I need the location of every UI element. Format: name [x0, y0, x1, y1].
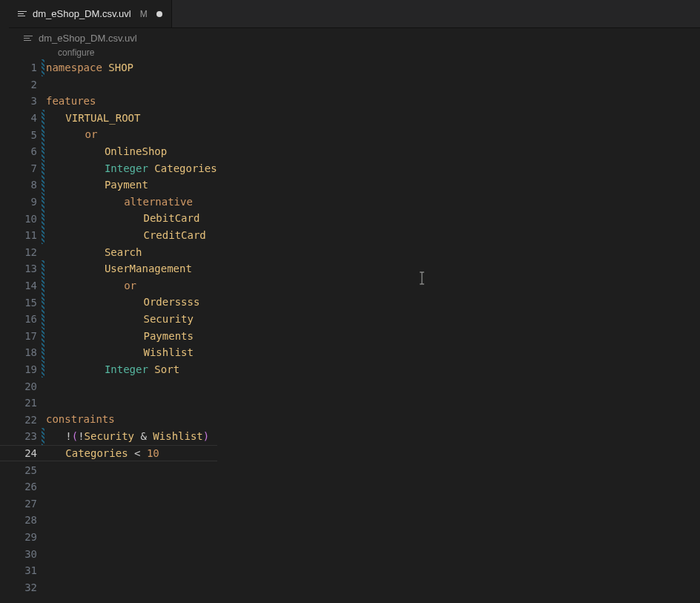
diff-modified-icon [42, 361, 44, 378]
line-number: 27 [0, 498, 42, 510]
diff-gutter [42, 445, 44, 462]
code-line[interactable]: 17 Payments [0, 328, 217, 345]
line-number: 20 [0, 380, 42, 392]
code-editor[interactable]: configure 1 namespace SHOP 2 3 features … [0, 47, 700, 596]
diff-gutter [42, 411, 44, 428]
diff-modified-icon [42, 227, 44, 244]
code-line[interactable]: 14 or [0, 277, 217, 294]
diff-modified-icon [42, 160, 44, 177]
diff-gutter [42, 461, 44, 478]
diff-gutter [42, 395, 44, 412]
diff-gutter [42, 244, 44, 261]
line-number: 23 [0, 430, 42, 442]
line-number: 6 [0, 145, 42, 157]
diff-gutter [42, 378, 44, 395]
line-number: 2 [0, 79, 42, 90]
code-line[interactable]: 25 [0, 461, 217, 478]
line-number: 4 [0, 112, 42, 124]
line-number: 11 [0, 229, 42, 241]
line-number: 18 [0, 346, 42, 358]
code-line[interactable]: 15 Orderssss [0, 294, 217, 311]
code-line[interactable]: 16 Security [0, 311, 217, 328]
line-number: 25 [0, 464, 42, 476]
code-line[interactable]: 18 Wishlist [0, 344, 217, 361]
diff-gutter [42, 512, 44, 529]
diff-modified-icon [42, 210, 44, 227]
tab-title: dm_eShop_DM.csv.uvl [33, 8, 131, 19]
diff-gutter [42, 76, 44, 93]
tab-bar: dm_eShop_DM.csv.uvl M [9, 0, 700, 28]
diff-gutter [42, 579, 44, 596]
line-number: 3 [0, 95, 42, 107]
line-number: 30 [0, 548, 42, 560]
file-tab[interactable]: dm_eShop_DM.csv.uvl M [9, 0, 172, 27]
file-icon [24, 33, 34, 43]
diff-gutter [42, 93, 44, 110]
line-number: 29 [0, 531, 42, 543]
diff-gutter [42, 562, 44, 579]
diff-modified-icon [42, 194, 44, 211]
diff-modified-icon [42, 260, 44, 277]
code-line[interactable]: 21 [0, 395, 217, 412]
code-line[interactable]: 10 DebitCard [0, 210, 217, 227]
unsaved-dot-icon [156, 11, 162, 17]
modified-badge: M [140, 9, 148, 19]
diff-gutter [42, 495, 44, 512]
line-number: 10 [0, 213, 42, 225]
text-cursor-icon [418, 271, 419, 285]
code-line[interactable]: 11 CreditCard [0, 227, 217, 244]
line-number: 31 [0, 564, 42, 576]
code-line[interactable]: 29 [0, 529, 217, 546]
code-line[interactable]: 24 Categories < 10 [0, 445, 217, 462]
code-line[interactable]: 13 UserManagement [0, 260, 217, 277]
diff-modified-icon [42, 311, 44, 328]
code-line[interactable]: 27 [0, 495, 217, 512]
line-number: 8 [0, 179, 42, 191]
line-number: 16 [0, 313, 42, 325]
breadcrumb[interactable]: dm_eShop_DM.csv.uvl [0, 28, 700, 47]
code-line[interactable]: 6 OnlineShop [0, 143, 217, 160]
code-line[interactable]: 12 Search [0, 244, 217, 261]
diff-gutter [42, 529, 44, 546]
diff-modified-icon [42, 428, 44, 445]
line-number: 32 [0, 581, 42, 593]
line-number: 26 [0, 481, 42, 492]
code-line[interactable]: 5 or [0, 126, 217, 143]
code-line[interactable]: 2 [0, 76, 217, 93]
diff-modified-icon [42, 277, 44, 294]
line-number: 5 [0, 129, 42, 141]
code-line[interactable]: 20 [0, 378, 217, 395]
code-line[interactable]: 23 !(!Security & Wishlist) [0, 428, 217, 445]
code-line[interactable]: 26 [0, 478, 217, 495]
code-line[interactable]: 22 constraints [0, 411, 217, 428]
code-line[interactable]: 31 [0, 562, 217, 579]
line-number: 9 [0, 196, 42, 208]
file-icon [18, 9, 28, 19]
codelens-configure[interactable]: configure [58, 47, 94, 58]
diff-gutter [42, 545, 44, 562]
line-number: 24 [0, 447, 42, 459]
line-number: 12 [0, 246, 42, 258]
diff-modified-icon [42, 177, 44, 194]
line-number: 28 [0, 514, 42, 526]
line-number: 13 [0, 263, 42, 274]
code-line[interactable]: 8 Payment [0, 177, 217, 194]
line-number: 21 [0, 397, 42, 409]
code-line[interactable]: 9 alternative [0, 194, 217, 211]
line-number: 15 [0, 297, 42, 309]
breadcrumb-file: dm_eShop_DM.csv.uvl [39, 33, 137, 44]
code-line[interactable]: 19 Integer Sort [0, 361, 217, 378]
line-number: 1 [0, 62, 42, 73]
code-line[interactable]: 28 [0, 512, 217, 529]
code-line[interactable]: 1 namespace SHOP [0, 59, 217, 76]
code-line[interactable]: 3 features [0, 93, 217, 110]
diff-modified-icon [42, 294, 44, 311]
line-number: 14 [0, 280, 42, 291]
diff-modified-icon [42, 143, 44, 160]
line-number: 19 [0, 363, 42, 375]
code-line[interactable]: 30 [0, 545, 217, 562]
code-line[interactable]: 4 VIRTUAL_ROOT [0, 110, 217, 127]
code-line[interactable]: 7 Integer Categories [0, 160, 217, 177]
diff-modified-icon [42, 328, 44, 345]
code-line[interactable]: 32 [0, 579, 217, 596]
